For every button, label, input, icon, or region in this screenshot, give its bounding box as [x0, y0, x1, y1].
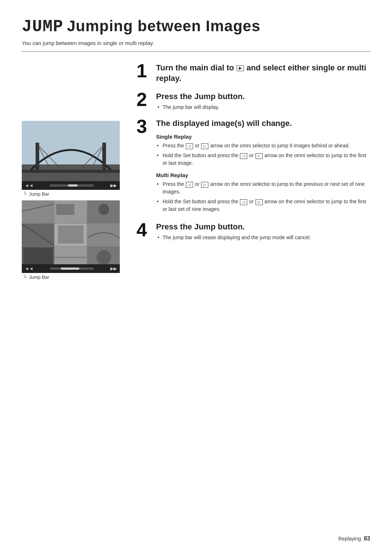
grid-cell-svg — [22, 224, 54, 246]
step-1: 1 Turn the main dial to ▶ and select eit… — [136, 63, 370, 85]
single-replay-bullet-1: Press the ◁ or ▷ arrow on the omni selec… — [156, 142, 370, 150]
multi-replay-bullets: Press the ◁ or ▷ arrow on the omni selec… — [156, 180, 370, 213]
main-layout: ◄◄ ▶▶ Jump Bar — [22, 63, 370, 283]
step-1-content: Turn the main dial to ▶ and select eithe… — [156, 63, 370, 85]
step-4-number: 4 — [136, 220, 150, 239]
right-arrow-icon-4: ▷ — [256, 199, 263, 205]
multi-replay-label: Multi Replay — [156, 172, 370, 178]
single-replay-image: ◄◄ ▶▶ — [22, 121, 120, 190]
multi-grid — [22, 200, 120, 269]
right-arrow-icon-3: ▷ — [201, 182, 208, 188]
right-column: 1 Turn the main dial to ▶ and select eit… — [136, 63, 370, 249]
single-replay-bullet-2: Hold the Set button and press the ◁ or ▷… — [156, 152, 370, 167]
right-arrow-icon: ▷ — [201, 143, 208, 149]
step-1-number: 1 — [136, 61, 150, 80]
multi-image-wrapper: ◄◄ ▶▶ Jump Bar — [22, 200, 123, 280]
step-3-number: 3 — [136, 117, 150, 136]
multi-replay-bullet-1: Press the ◁ or ▷ arrow on the omni selec… — [156, 180, 370, 196]
step-3-title: The displayed image(s) will change. — [156, 118, 370, 129]
grid-cell — [54, 224, 87, 246]
step-3: 3 The displayed image(s) will change. Si… — [136, 118, 370, 216]
right-arrow-icon-2: ▷ — [256, 153, 263, 159]
left-arrow-icon-4: ◁ — [240, 199, 247, 205]
single-image-wrapper: ◄◄ ▶▶ Jump Bar — [22, 121, 123, 197]
play-icon: ▶ — [237, 65, 244, 71]
step-4-title: Press the Jump button. — [156, 222, 370, 232]
step-2-content: Press the Jump button. The jump bar will… — [156, 91, 370, 112]
step-4-bullet-1: The jump bar will cease displaying and t… — [156, 234, 370, 241]
step-2-bullets: The jump bar will display. — [156, 103, 370, 111]
section-divider — [22, 51, 370, 52]
grid-cell — [22, 200, 54, 223]
bridge-svg — [22, 121, 120, 190]
left-arrow-icon: ◁ — [186, 143, 193, 149]
grid-cell — [87, 200, 120, 223]
multi-image-caption: Jump Bar — [22, 274, 123, 280]
multi-replay-section: Multi Replay Press the ◁ or ▷ arrow on t… — [156, 172, 370, 213]
step-4: 4 Press the Jump button. The jump bar wi… — [136, 222, 370, 242]
single-replay-bullets: Press the ◁ or ▷ arrow on the omni selec… — [156, 142, 370, 167]
grid-cell-svg — [22, 200, 54, 223]
step-2: 2 Press the Jump button. The jump bar wi… — [136, 91, 370, 112]
grid-cell-svg — [54, 224, 87, 246]
multi-jump-bar: ◄◄ ▶▶ — [22, 264, 120, 273]
left-column: ◄◄ ▶▶ Jump Bar — [22, 121, 123, 283]
step-2-bullet-1: The jump bar will display. — [156, 103, 370, 111]
multi-replay-bullet-2: Hold the Set button and press the ◁ or ▷… — [156, 198, 370, 213]
svg-point-17 — [98, 204, 109, 215]
grid-cell — [22, 224, 54, 246]
grid-cell-svg — [87, 200, 120, 223]
title-rest: Jumping between Images — [67, 17, 260, 34]
grid-cell-svg — [54, 200, 87, 223]
footer-page: 83 — [364, 535, 370, 542]
svg-point-28 — [97, 250, 111, 265]
grid-cell — [87, 224, 120, 246]
title-jump-word: JUMP — [22, 17, 63, 36]
step-3-content: The displayed image(s) will change. Sing… — [156, 118, 370, 216]
step-2-title: Press the Jump button. — [156, 91, 370, 102]
page-title: JUMPJumping between Images — [22, 17, 370, 36]
footer-section: Replaying — [338, 536, 361, 542]
step-2-number: 2 — [136, 90, 150, 109]
single-replay-label: Single Replay — [156, 134, 370, 140]
subtitle: You can jump between images in single or… — [22, 40, 370, 46]
multi-replay-image-container: ◄◄ ▶▶ — [22, 200, 120, 273]
grid-cell — [54, 200, 87, 223]
svg-rect-21 — [58, 225, 83, 244]
step-1-title: Turn the main dial to ▶ and select eithe… — [156, 63, 370, 83]
step-4-content: Press the Jump button. The jump bar will… — [156, 222, 370, 242]
single-jump-bar: ◄◄ ▶▶ — [22, 181, 120, 190]
single-image-caption: Jump Bar — [22, 191, 123, 197]
footer: Replaying 83 — [338, 535, 370, 542]
svg-rect-12 — [22, 200, 54, 223]
step-4-bullets: The jump bar will cease displaying and t… — [156, 234, 370, 241]
left-arrow-icon-3: ◁ — [186, 182, 193, 188]
grid-cell-svg — [87, 224, 120, 246]
left-arrow-icon-2: ◁ — [240, 153, 247, 159]
svg-rect-15 — [56, 204, 74, 215]
single-replay-section: Single Replay Press the ◁ or ▷ arrow on … — [156, 134, 370, 167]
svg-rect-24 — [24, 248, 53, 266]
